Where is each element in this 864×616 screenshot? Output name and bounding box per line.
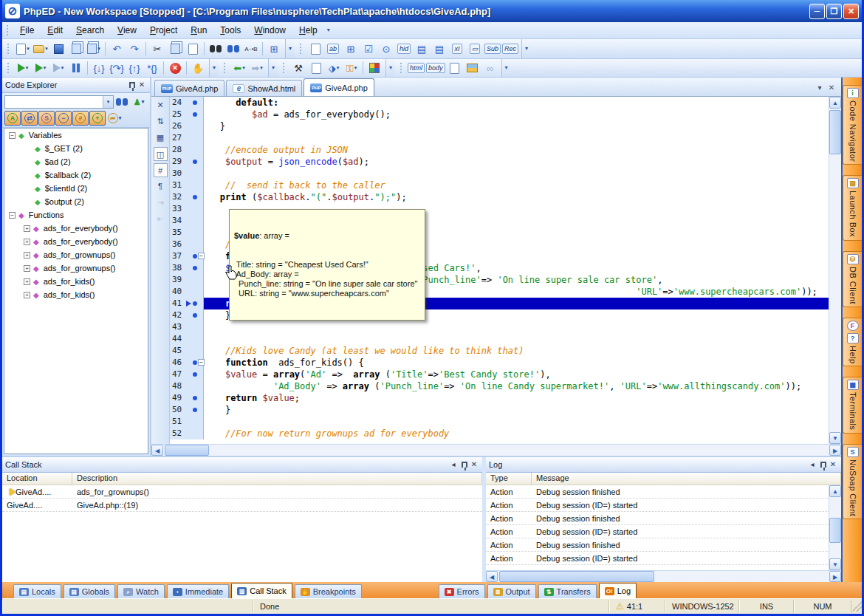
- undock-icon[interactable]: ◂: [807, 459, 817, 470]
- toolbar-overflow-icon[interactable]: ▾: [286, 43, 295, 55]
- expand-all-button[interactable]: +: [89, 111, 106, 126]
- line-marker[interactable]: [186, 109, 204, 120]
- find-button[interactable]: [208, 41, 224, 57]
- line-marker[interactable]: −: [186, 357, 204, 369]
- collapse-all-button[interactable]: −: [55, 111, 72, 126]
- panel-tab-globals[interactable]: ▤Globals: [64, 584, 115, 598]
- tree-item[interactable]: −◆Functions: [4, 208, 148, 222]
- line-marker[interactable]: −: [186, 250, 204, 262]
- menu-tools[interactable]: Tools: [213, 23, 247, 38]
- code-line-48[interactable]: 48 'Ad_Body' => array ('Punch_line'=> 'O…: [170, 380, 829, 392]
- panel-tab-transfers[interactable]: ⇅Transfers: [538, 584, 597, 598]
- open-recent-button[interactable]: ▾: [86, 41, 102, 57]
- line-marker[interactable]: [186, 203, 204, 215]
- split-button[interactable]: ⇅: [154, 114, 168, 129]
- code-line-43[interactable]: 43: [170, 321, 829, 333]
- undock-icon[interactable]: ◂: [448, 459, 459, 470]
- stop-button[interactable]: ✕: [167, 61, 183, 76]
- pin-icon[interactable]: [462, 462, 467, 468]
- line-marker[interactable]: [186, 97, 204, 109]
- scroll-down-icon[interactable]: ▼: [829, 432, 841, 444]
- code-line-26[interactable]: 26 }: [170, 120, 829, 132]
- toolbar-overflow-icon[interactable]: ▾: [386, 62, 395, 74]
- line-marker[interactable]: [186, 392, 204, 404]
- toolbar-overflow-icon[interactable]: ▾: [210, 62, 219, 74]
- sort-alpha-button[interactable]: A: [4, 111, 21, 126]
- line-marker[interactable]: [186, 262, 204, 274]
- tree-toggle-icon[interactable]: +: [24, 292, 30, 298]
- replace-button[interactable]: A⇢B: [243, 41, 259, 57]
- layout-grid-button[interactable]: ⊞: [343, 41, 359, 57]
- line-marker[interactable]: [186, 333, 204, 345]
- run-in-debugger-button[interactable]: ▾: [32, 61, 49, 76]
- line-marker[interactable]: [186, 144, 204, 156]
- run-button[interactable]: ▾: [15, 61, 31, 76]
- close-panel-icon[interactable]: ✕: [828, 459, 838, 470]
- menu-help[interactable]: Help: [292, 23, 324, 38]
- tree-toggle-icon[interactable]: +: [24, 265, 30, 272]
- scrollbar-thumb[interactable]: [829, 110, 841, 154]
- undo-button[interactable]: ↶: [109, 41, 125, 57]
- document-tab-1[interactable]: eShowAd.html: [226, 80, 302, 96]
- side-tab-launch-box[interactable]: ▤Launch Box: [843, 175, 862, 240]
- tree-toggle-icon[interactable]: +: [24, 239, 30, 245]
- paste-button[interactable]: [185, 41, 201, 57]
- tree-item[interactable]: +◆ads_for_kids(): [4, 288, 148, 301]
- preview-device-button[interactable]: [447, 61, 463, 76]
- new-document-button[interactable]: ▾: [15, 41, 31, 57]
- settings-tools-button[interactable]: ⚒: [290, 61, 306, 76]
- code-line-49[interactable]: 49 return $value;: [170, 392, 829, 404]
- panel-tab-errors[interactable]: ✖Errors: [439, 584, 485, 598]
- line-marker[interactable]: [186, 416, 204, 428]
- scrollbar-thumb[interactable]: [829, 518, 841, 543]
- line-marker[interactable]: [186, 120, 204, 132]
- project-properties-button[interactable]: [308, 61, 324, 76]
- panel-tab-call-stack[interactable]: ▥Call Stack: [231, 583, 292, 598]
- radio-button-button[interactable]: ⊙: [378, 41, 394, 57]
- navigate-forward-button[interactable]: ➡▾: [249, 61, 265, 76]
- line-marker[interactable]: [186, 132, 204, 144]
- input-x-button[interactable]: xI: [449, 41, 465, 57]
- step-over-button[interactable]: {↷}: [109, 61, 125, 76]
- code-line-44[interactable]: 44: [170, 333, 829, 345]
- log-horizontal-scrollbar[interactable]: ◀ ▶: [486, 570, 841, 582]
- tree-item[interactable]: +◆ads_for_grownups(): [4, 261, 148, 275]
- toolbar-grip[interactable]: [7, 44, 11, 54]
- side-tab-terminals[interactable]: ▦Terminals: [843, 377, 862, 434]
- tree-item[interactable]: −◆Variables: [4, 129, 148, 142]
- code-line-29[interactable]: 29 $output = json_encode($ad);: [170, 156, 829, 168]
- resize-grip[interactable]: [851, 601, 862, 612]
- code-line-32[interactable]: 32 print ($callback."(".$output.");");: [170, 191, 829, 203]
- deploy-button[interactable]: ⬗▾: [326, 61, 342, 76]
- menu-grip[interactable]: [7, 25, 10, 35]
- tree-item[interactable]: ◆$output (2): [4, 195, 148, 208]
- toolbar-grip[interactable]: [224, 63, 227, 73]
- scroll-right-icon[interactable]: ▶: [829, 445, 841, 456]
- push-button-button[interactable]: ▭: [467, 41, 483, 57]
- document-tab-0[interactable]: PHPGiveAd.php: [154, 80, 224, 96]
- close-button[interactable]: ✕: [154, 98, 168, 112]
- tree-item[interactable]: +◆ads_for_kids(): [4, 275, 148, 288]
- line-marker[interactable]: [186, 369, 204, 380]
- scroll-right-icon[interactable]: ▶: [829, 571, 841, 582]
- close-panel-icon[interactable]: ✕: [469, 459, 479, 470]
- tree-toggle-icon[interactable]: +: [24, 252, 30, 259]
- line-marker[interactable]: [186, 168, 204, 179]
- log-row[interactable]: ActionDebug session (ID=) started: [486, 525, 829, 538]
- line-marker[interactable]: [186, 156, 204, 168]
- panel-tab-immediate[interactable]: ›Immediate: [167, 584, 229, 598]
- color-scheme-button[interactable]: [366, 61, 383, 76]
- panel-tab-output[interactable]: ≣Output: [487, 584, 536, 598]
- close-button[interactable]: ✕: [843, 4, 859, 19]
- margin-button[interactable]: ◫: [154, 147, 168, 161]
- scroll-left-icon[interactable]: ◀: [486, 571, 498, 582]
- toolbar-overflow-icon[interactable]: ▾: [522, 43, 531, 55]
- code-line-30[interactable]: 30: [170, 168, 829, 179]
- line-numbers-button[interactable]: #: [154, 163, 168, 177]
- code-line-31[interactable]: 31 // send it back to the caller: [170, 179, 829, 191]
- explorer-find-button[interactable]: [114, 95, 130, 109]
- line-marker[interactable]: [186, 404, 204, 416]
- code-line-24[interactable]: 24 default:: [170, 97, 829, 109]
- log-row[interactable]: ActionDebug session (ID=) started: [486, 552, 829, 565]
- explorer-options-button[interactable]: ♟▾: [131, 95, 147, 109]
